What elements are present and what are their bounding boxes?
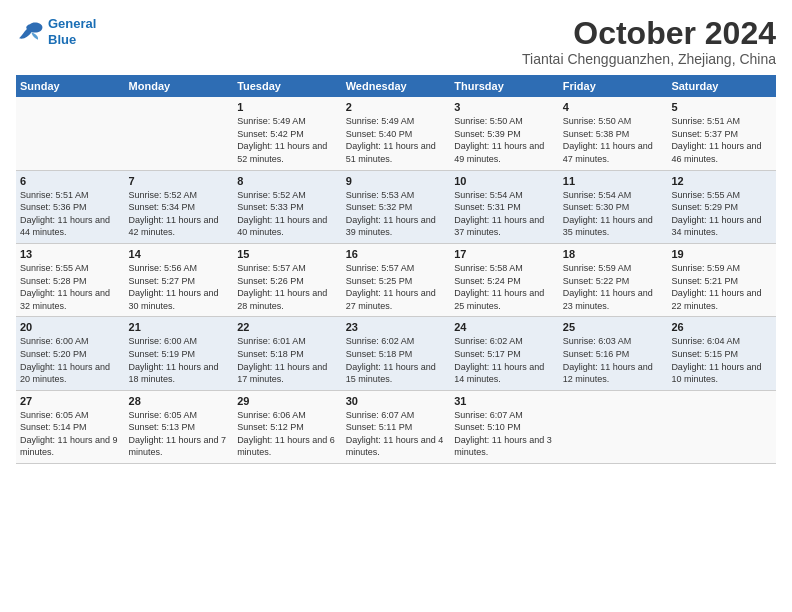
day-number: 13 xyxy=(20,248,121,260)
day-number: 7 xyxy=(129,175,230,187)
week-row-3: 20Sunrise: 6:00 AM Sunset: 5:20 PM Dayli… xyxy=(16,317,776,390)
calendar-cell: 28Sunrise: 6:05 AM Sunset: 5:13 PM Dayli… xyxy=(125,390,234,463)
day-number: 26 xyxy=(671,321,772,333)
calendar-body: 1Sunrise: 5:49 AM Sunset: 5:42 PM Daylig… xyxy=(16,97,776,463)
calendar-cell: 12Sunrise: 5:55 AM Sunset: 5:29 PM Dayli… xyxy=(667,170,776,243)
page-header: General Blue October 2024 Tiantai Chengg… xyxy=(16,16,776,67)
calendar-cell: 3Sunrise: 5:50 AM Sunset: 5:39 PM Daylig… xyxy=(450,97,559,170)
day-info: Sunrise: 5:58 AM Sunset: 5:24 PM Dayligh… xyxy=(454,262,555,312)
calendar-cell: 30Sunrise: 6:07 AM Sunset: 5:11 PM Dayli… xyxy=(342,390,451,463)
calendar-table: SundayMondayTuesdayWednesdayThursdayFrid… xyxy=(16,75,776,464)
day-number: 23 xyxy=(346,321,447,333)
day-number: 10 xyxy=(454,175,555,187)
day-number: 3 xyxy=(454,101,555,113)
day-info: Sunrise: 6:02 AM Sunset: 5:18 PM Dayligh… xyxy=(346,335,447,385)
day-info: Sunrise: 6:07 AM Sunset: 5:11 PM Dayligh… xyxy=(346,409,447,459)
calendar-cell xyxy=(559,390,668,463)
calendar-header-row: SundayMondayTuesdayWednesdayThursdayFrid… xyxy=(16,75,776,97)
calendar-cell: 2Sunrise: 5:49 AM Sunset: 5:40 PM Daylig… xyxy=(342,97,451,170)
day-number: 5 xyxy=(671,101,772,113)
day-number: 17 xyxy=(454,248,555,260)
calendar-cell: 18Sunrise: 5:59 AM Sunset: 5:22 PM Dayli… xyxy=(559,243,668,316)
calendar-cell: 14Sunrise: 5:56 AM Sunset: 5:27 PM Dayli… xyxy=(125,243,234,316)
calendar-cell: 21Sunrise: 6:00 AM Sunset: 5:19 PM Dayli… xyxy=(125,317,234,390)
calendar-cell: 10Sunrise: 5:54 AM Sunset: 5:31 PM Dayli… xyxy=(450,170,559,243)
day-header-wednesday: Wednesday xyxy=(342,75,451,97)
day-number: 29 xyxy=(237,395,338,407)
calendar-cell: 1Sunrise: 5:49 AM Sunset: 5:42 PM Daylig… xyxy=(233,97,342,170)
day-header-friday: Friday xyxy=(559,75,668,97)
calendar-cell: 25Sunrise: 6:03 AM Sunset: 5:16 PM Dayli… xyxy=(559,317,668,390)
location-title: Tiantai Chengguanzhen, Zhejiang, China xyxy=(522,51,776,67)
day-info: Sunrise: 5:59 AM Sunset: 5:22 PM Dayligh… xyxy=(563,262,664,312)
calendar-cell xyxy=(667,390,776,463)
day-number: 1 xyxy=(237,101,338,113)
month-title: October 2024 xyxy=(522,16,776,51)
day-number: 14 xyxy=(129,248,230,260)
day-number: 16 xyxy=(346,248,447,260)
week-row-0: 1Sunrise: 5:49 AM Sunset: 5:42 PM Daylig… xyxy=(16,97,776,170)
day-info: Sunrise: 6:01 AM Sunset: 5:18 PM Dayligh… xyxy=(237,335,338,385)
day-header-saturday: Saturday xyxy=(667,75,776,97)
logo-bird-icon xyxy=(16,21,44,43)
day-info: Sunrise: 5:56 AM Sunset: 5:27 PM Dayligh… xyxy=(129,262,230,312)
day-info: Sunrise: 5:52 AM Sunset: 5:34 PM Dayligh… xyxy=(129,189,230,239)
calendar-cell: 6Sunrise: 5:51 AM Sunset: 5:36 PM Daylig… xyxy=(16,170,125,243)
calendar-cell: 27Sunrise: 6:05 AM Sunset: 5:14 PM Dayli… xyxy=(16,390,125,463)
day-number: 31 xyxy=(454,395,555,407)
day-number: 11 xyxy=(563,175,664,187)
logo-text: General Blue xyxy=(48,16,96,47)
day-info: Sunrise: 5:59 AM Sunset: 5:21 PM Dayligh… xyxy=(671,262,772,312)
day-info: Sunrise: 5:50 AM Sunset: 5:39 PM Dayligh… xyxy=(454,115,555,165)
calendar-cell: 4Sunrise: 5:50 AM Sunset: 5:38 PM Daylig… xyxy=(559,97,668,170)
day-number: 19 xyxy=(671,248,772,260)
day-info: Sunrise: 5:54 AM Sunset: 5:30 PM Dayligh… xyxy=(563,189,664,239)
day-number: 25 xyxy=(563,321,664,333)
day-number: 8 xyxy=(237,175,338,187)
day-number: 27 xyxy=(20,395,121,407)
day-number: 22 xyxy=(237,321,338,333)
day-number: 30 xyxy=(346,395,447,407)
day-info: Sunrise: 5:53 AM Sunset: 5:32 PM Dayligh… xyxy=(346,189,447,239)
day-info: Sunrise: 6:04 AM Sunset: 5:15 PM Dayligh… xyxy=(671,335,772,385)
calendar-cell: 29Sunrise: 6:06 AM Sunset: 5:12 PM Dayli… xyxy=(233,390,342,463)
day-number: 18 xyxy=(563,248,664,260)
day-info: Sunrise: 6:00 AM Sunset: 5:19 PM Dayligh… xyxy=(129,335,230,385)
logo: General Blue xyxy=(16,16,96,47)
calendar-cell: 22Sunrise: 6:01 AM Sunset: 5:18 PM Dayli… xyxy=(233,317,342,390)
day-info: Sunrise: 5:51 AM Sunset: 5:36 PM Dayligh… xyxy=(20,189,121,239)
calendar-cell: 20Sunrise: 6:00 AM Sunset: 5:20 PM Dayli… xyxy=(16,317,125,390)
calendar-cell: 7Sunrise: 5:52 AM Sunset: 5:34 PM Daylig… xyxy=(125,170,234,243)
day-number: 12 xyxy=(671,175,772,187)
day-number: 2 xyxy=(346,101,447,113)
day-info: Sunrise: 5:50 AM Sunset: 5:38 PM Dayligh… xyxy=(563,115,664,165)
logo-line1: General xyxy=(48,16,96,31)
day-info: Sunrise: 5:49 AM Sunset: 5:42 PM Dayligh… xyxy=(237,115,338,165)
day-info: Sunrise: 6:03 AM Sunset: 5:16 PM Dayligh… xyxy=(563,335,664,385)
week-row-1: 6Sunrise: 5:51 AM Sunset: 5:36 PM Daylig… xyxy=(16,170,776,243)
day-number: 6 xyxy=(20,175,121,187)
day-info: Sunrise: 5:49 AM Sunset: 5:40 PM Dayligh… xyxy=(346,115,447,165)
week-row-4: 27Sunrise: 6:05 AM Sunset: 5:14 PM Dayli… xyxy=(16,390,776,463)
day-info: Sunrise: 5:57 AM Sunset: 5:25 PM Dayligh… xyxy=(346,262,447,312)
day-number: 4 xyxy=(563,101,664,113)
day-info: Sunrise: 5:51 AM Sunset: 5:37 PM Dayligh… xyxy=(671,115,772,165)
day-number: 28 xyxy=(129,395,230,407)
calendar-cell: 8Sunrise: 5:52 AM Sunset: 5:33 PM Daylig… xyxy=(233,170,342,243)
calendar-cell: 19Sunrise: 5:59 AM Sunset: 5:21 PM Dayli… xyxy=(667,243,776,316)
calendar-cell: 31Sunrise: 6:07 AM Sunset: 5:10 PM Dayli… xyxy=(450,390,559,463)
day-header-thursday: Thursday xyxy=(450,75,559,97)
day-number: 24 xyxy=(454,321,555,333)
calendar-cell: 24Sunrise: 6:02 AM Sunset: 5:17 PM Dayli… xyxy=(450,317,559,390)
day-number: 15 xyxy=(237,248,338,260)
day-info: Sunrise: 5:52 AM Sunset: 5:33 PM Dayligh… xyxy=(237,189,338,239)
day-header-sunday: Sunday xyxy=(16,75,125,97)
calendar-cell: 16Sunrise: 5:57 AM Sunset: 5:25 PM Dayli… xyxy=(342,243,451,316)
day-header-tuesday: Tuesday xyxy=(233,75,342,97)
calendar-cell: 11Sunrise: 5:54 AM Sunset: 5:30 PM Dayli… xyxy=(559,170,668,243)
day-info: Sunrise: 6:06 AM Sunset: 5:12 PM Dayligh… xyxy=(237,409,338,459)
calendar-cell: 17Sunrise: 5:58 AM Sunset: 5:24 PM Dayli… xyxy=(450,243,559,316)
title-block: October 2024 Tiantai Chengguanzhen, Zhej… xyxy=(522,16,776,67)
day-info: Sunrise: 6:05 AM Sunset: 5:14 PM Dayligh… xyxy=(20,409,121,459)
day-number: 21 xyxy=(129,321,230,333)
